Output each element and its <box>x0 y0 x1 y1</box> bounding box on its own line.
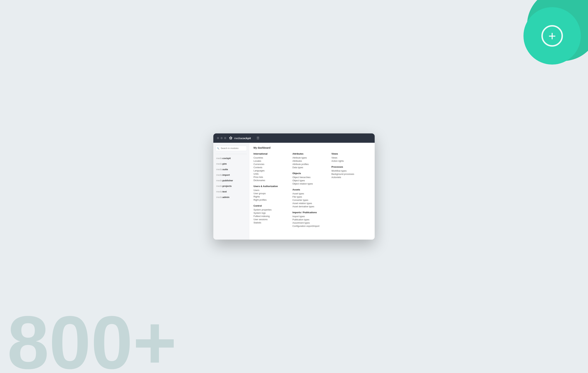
link-system-logs[interactable]: System logs <box>253 212 288 215</box>
link-converter-types[interactable]: Converter types <box>292 199 327 202</box>
link-configuration-export-import[interactable]: Configuration export/import <box>292 224 327 228</box>
sidebar-item-pim[interactable]: mediapim <box>213 161 249 167</box>
section-heading-processes: Processes <box>331 166 366 168</box>
link-user-sessions[interactable]: User sessions <box>253 218 288 221</box>
sidebar-prefix-admin: media <box>216 196 222 199</box>
link-locales[interactable]: Locales <box>253 160 288 163</box>
link-countries[interactable]: Countries <box>253 156 288 160</box>
column-3: Views Views Action rights Processes Work… <box>331 152 370 228</box>
sidebar-item-admin[interactable]: mediaadmin <box>213 194 249 200</box>
main-content: My dashboard International Countries Loc… <box>249 143 375 240</box>
sidebar-item-import[interactable]: mediaimport <box>213 172 249 178</box>
dot-2 <box>220 137 223 139</box>
sidebar-prefix-pim: media <box>216 162 222 165</box>
sidebar-item-publisher[interactable]: mediapublisher <box>213 178 249 183</box>
link-object-types[interactable]: Object types <box>292 179 327 182</box>
section-heading-imports: Imports / Publications <box>292 211 327 214</box>
link-contexts[interactable]: Contexts <box>253 166 288 169</box>
browser-toolbar: ✿ mediacockpit ☰ <box>213 133 375 143</box>
link-dictionaries[interactable]: Dictionaries <box>253 179 288 182</box>
link-workflow-types[interactable]: Workflow types <box>331 169 366 172</box>
link-publication-types[interactable]: Publication types <box>292 218 327 221</box>
green-circle-inner: + <box>524 7 581 64</box>
search-icon: 🔍 <box>217 147 220 149</box>
logo-suffix: cockpit <box>242 137 251 140</box>
link-rights[interactable]: Rights <box>253 195 288 198</box>
sidebar-bold-projects: projects <box>222 185 232 187</box>
column-2: Attributes Attribute types Attributes At… <box>292 152 331 228</box>
link-fulltext-indexing[interactable]: Fulltext indexing <box>253 215 288 218</box>
link-assortment-types[interactable]: Assortment types <box>292 221 327 224</box>
link-user-groups[interactable]: User groups <box>253 192 288 195</box>
dot-3 <box>224 137 226 139</box>
dot-1 <box>217 137 219 139</box>
section-heading-attributes: Attributes <box>292 152 327 155</box>
plus-icon: + <box>541 25 563 47</box>
sidebar-prefix-publisher: media <box>216 179 222 182</box>
section-heading-objects: Objects <box>292 172 327 175</box>
hamburger-menu[interactable]: ☰ <box>257 136 259 140</box>
link-price-lists[interactable]: Price lists <box>253 176 288 179</box>
link-actionlets[interactable]: Actionlets <box>331 176 366 179</box>
browser-window: ✿ mediacockpit ☰ 🔍 mediacockpit mediapim… <box>213 133 375 240</box>
sidebar-bold-cockpit: cockpit <box>222 157 231 160</box>
link-statistic[interactable]: Statistic <box>253 221 288 224</box>
link-object-hierarchies[interactable]: Object hierarchies <box>292 176 327 179</box>
link-units[interactable]: Units <box>253 172 288 176</box>
dashboard-title: My dashboard <box>253 146 370 149</box>
browser-content: 🔍 mediacockpit mediapim mediasuite media… <box>213 143 375 240</box>
sidebar-bold-import: import <box>222 174 230 176</box>
link-asset-types[interactable]: Asset types <box>292 192 327 195</box>
sidebar-bold-admin: admin <box>222 196 229 199</box>
sidebar-bold-suite: suite <box>222 168 228 171</box>
browser-dots <box>217 137 226 139</box>
link-asset-relation-types[interactable]: Asset relation types <box>292 202 327 205</box>
section-heading-international: International <box>253 152 288 155</box>
link-currencies[interactable]: Currencies <box>253 163 288 166</box>
logo-text: mediacockpit <box>234 137 251 140</box>
link-languages[interactable]: Languages <box>253 169 288 172</box>
sidebar-item-suite[interactable]: mediasuite <box>213 167 249 172</box>
sidebar-divider <box>215 154 247 154</box>
link-attributes[interactable]: Attributes <box>292 160 327 163</box>
column-1: International Countries Locales Currenci… <box>253 152 292 228</box>
logo-icon: ✿ <box>229 136 232 140</box>
link-object-relation-types[interactable]: Object relation types <box>292 182 327 185</box>
sidebar-bold-text: text <box>222 190 227 193</box>
background-number: 800+ <box>7 305 177 373</box>
section-heading-users: Users & Authorization <box>253 185 288 188</box>
link-attribute-types[interactable]: Attribute types <box>292 156 327 160</box>
link-data-types[interactable]: Data types <box>292 166 327 169</box>
link-import-types[interactable]: Import types <box>292 215 327 218</box>
sidebar-bold-publisher: publisher <box>222 179 233 182</box>
search-box: 🔍 <box>215 146 247 151</box>
sidebar-prefix-suite: media <box>216 168 222 171</box>
sidebar-prefix-import: media <box>216 174 222 176</box>
search-input[interactable] <box>215 146 247 151</box>
link-system-properties[interactable]: System properties <box>253 208 288 212</box>
sidebar-item-cockpit[interactable]: mediacockpit <box>213 155 249 161</box>
sidebar-item-projects[interactable]: mediaprojects <box>213 183 249 189</box>
logo-area: ✿ mediacockpit <box>229 136 251 140</box>
link-users[interactable]: Users <box>253 189 288 192</box>
sidebar-prefix-cockpit: media <box>216 157 222 160</box>
sidebar: 🔍 mediacockpit mediapim mediasuite media… <box>213 143 249 240</box>
link-file-types[interactable]: File types <box>292 195 327 199</box>
link-views[interactable]: Views <box>331 156 366 160</box>
sidebar-item-text[interactable]: mediatext <box>213 189 249 194</box>
sidebar-prefix-projects: media <box>216 185 222 187</box>
link-background-processes[interactable]: Background processes <box>331 172 366 176</box>
link-action-rights[interactable]: Action rights <box>331 160 366 163</box>
section-heading-views: Views <box>331 152 366 155</box>
link-right-profiles[interactable]: Right profiles <box>253 198 288 202</box>
section-heading-assets: Assets <box>292 188 327 191</box>
link-asset-derivative-types[interactable]: Asset derivative types <box>292 205 327 208</box>
columns-grid: International Countries Locales Currenci… <box>253 152 370 228</box>
link-attribute-profiles[interactable]: Attribute profiles <box>292 163 327 166</box>
sidebar-bold-pim: pim <box>222 162 227 165</box>
sidebar-prefix-text: media <box>216 190 222 193</box>
logo-prefix: media <box>234 137 242 140</box>
section-heading-control: Control <box>253 204 288 207</box>
